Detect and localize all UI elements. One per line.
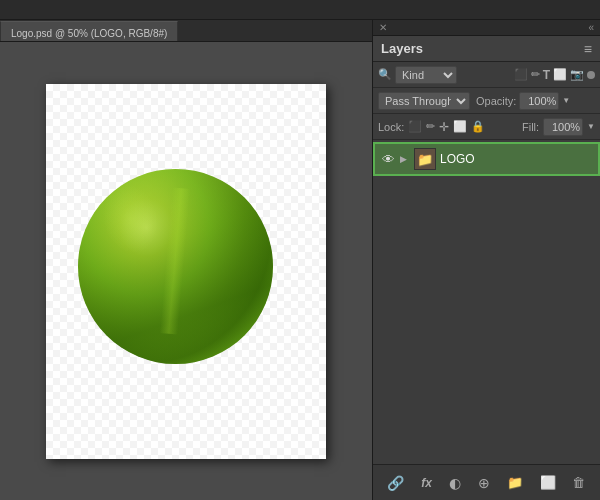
panel-close-icon[interactable]: ✕ [379,22,387,33]
fill-arrow[interactable]: ▼ [587,122,595,131]
panel-collapse-icon[interactable]: « [588,22,594,33]
layers-toolbar: 🔗 fx ◐ ⊕ 📁 ⬜ 🗑 [373,464,600,500]
blend-row: Pass Through Normal Multiply Opacity: 10… [373,88,600,114]
fx-icon[interactable]: fx [421,476,432,490]
delete-layer-icon[interactable]: 🗑 [572,475,585,490]
layers-list: 👁 ▶ 📁 LOGO [373,140,600,464]
layer-expand-icon[interactable]: ▶ [400,154,410,164]
opacity-label: Opacity: [476,95,516,107]
filter-icons: ⬛ ✏ T ⬜ 📷 [514,68,595,82]
lock-artboard-icon[interactable]: ⬜ [453,120,467,133]
filter-shape-icon[interactable]: ⬜ [553,68,567,82]
opacity-arrow[interactable]: ▼ [562,96,570,105]
app-window: Logo.psd @ 50% (LOGO, RGB/8#) [0,0,600,500]
opacity-value[interactable]: 100% [522,95,556,107]
top-bar [0,0,600,20]
lock-brush-icon[interactable]: ✏ [426,120,435,133]
lock-move-icon[interactable]: ✛ [439,120,449,134]
panel-header: Layers ≡ [373,36,600,62]
folder-icon: 📁 [417,152,433,167]
layers-panel: ✕ « Layers ≡ 🔍 Kind ⬛ ✏ T ⬜ 📷 [372,20,600,500]
layer-mask-icon[interactable]: ⊕ [478,475,490,491]
filter-type-icon[interactable]: T [543,68,550,82]
lock-all-icon[interactable]: 🔒 [471,120,485,133]
canvas-area: Logo.psd @ 50% (LOGO, RGB/8#) [0,20,372,500]
filter-dot-icon[interactable] [587,71,595,79]
ps-document [46,84,326,459]
filter-kind-select[interactable]: Kind [395,66,457,84]
green-circle [78,169,273,364]
layer-name-logo[interactable]: LOGO [440,152,593,166]
canvas-tab[interactable]: Logo.psd @ 50% (LOGO, RGB/8#) [0,21,178,41]
fill-input-wrap: 100% [543,118,583,136]
layer-visibility-icon[interactable]: 👁 [380,152,396,167]
canvas-content [0,42,372,500]
lock-pixel-icon[interactable]: ⬛ [408,120,422,133]
filter-pixel-icon[interactable]: ⬛ [514,68,528,82]
panel-title: Layers [381,41,423,56]
panel-top-icons: ✕ « [373,20,600,36]
layer-folder-thumbnail: 📁 [414,148,436,170]
opacity-input-wrap: 100% [519,92,559,110]
canvas-tab-bar: Logo.psd @ 50% (LOGO, RGB/8#) [0,20,372,42]
blend-mode-select[interactable]: Pass Through Normal Multiply [378,92,470,110]
panel-menu-button[interactable]: ≡ [584,42,592,56]
link-icon[interactable]: 🔗 [387,475,404,491]
filter-row: 🔍 Kind ⬛ ✏ T ⬜ 📷 [373,62,600,88]
filter-search-icon: 🔍 [378,68,392,81]
lock-label: Lock: [378,121,404,133]
lock-row: Lock: ⬛ ✏ ✛ ⬜ 🔒 Fill: 100% ▼ [373,114,600,140]
fill-label: Fill: [522,121,539,133]
artboard-icon[interactable]: ⬜ [540,475,556,490]
group-layer-icon[interactable]: 📁 [507,475,523,490]
filter-smart-icon[interactable]: 📷 [570,68,584,82]
adjustment-layer-icon[interactable]: ◐ [449,475,461,491]
fill-value[interactable]: 100% [546,121,580,133]
filter-adjustment-icon[interactable]: ✏ [531,68,540,82]
layer-item-logo[interactable]: 👁 ▶ 📁 LOGO [373,142,600,176]
